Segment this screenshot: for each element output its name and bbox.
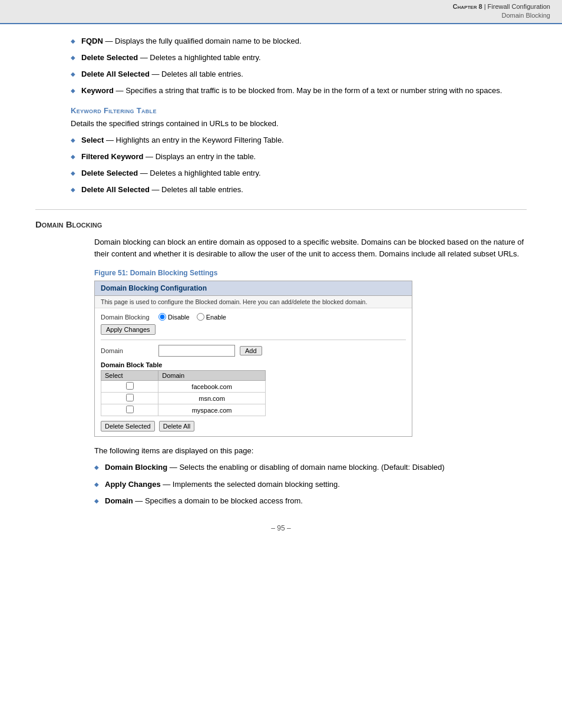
table-row: facebook.com bbox=[101, 381, 266, 393]
enable-label: Enable bbox=[206, 314, 226, 321]
table-header-domain: Domain bbox=[158, 371, 266, 381]
disable-label: Disable bbox=[168, 314, 190, 321]
section-divider bbox=[35, 209, 527, 210]
domain-blocking-desc: Domain blocking can block an entire doma… bbox=[94, 236, 527, 259]
domain-input-row: Domain Add bbox=[101, 345, 406, 357]
filtered-keyword-desc: — Displays an entry in the table. bbox=[143, 152, 256, 161]
chapter-separator: | bbox=[482, 3, 488, 10]
enable-radio[interactable] bbox=[197, 313, 204, 321]
bullet-select: Select — Highlights an entry in the Keyw… bbox=[71, 135, 527, 146]
bullet-domain-config: Domain — Specifies a domain to be blocke… bbox=[94, 496, 527, 506]
domain-block-table: Select Domain facebook.com msn.com bbox=[101, 370, 266, 416]
keyword-section-heading: Keyword Filtering Table bbox=[71, 106, 527, 115]
table-cell-checkbox-3[interactable] bbox=[101, 404, 158, 416]
delete-all-selected-1-term: Delete All Selected bbox=[81, 70, 150, 78]
domain-input[interactable] bbox=[158, 345, 235, 357]
domain-config-term: Domain bbox=[105, 496, 133, 505]
checkbox-2[interactable] bbox=[126, 394, 134, 401]
domain-blocking-row: Domain Blocking Disable Enable bbox=[101, 313, 406, 321]
domain-blocking-config-desc: — Selects the enabling or disabling of d… bbox=[167, 463, 444, 472]
bullet-delete-selected-1: Delete Selected — Deletes a highlighted … bbox=[71, 52, 527, 63]
enable-radio-label[interactable]: Enable bbox=[197, 313, 226, 321]
table-cell-domain-3: myspace.com bbox=[158, 404, 266, 416]
apply-changes-config-desc: — Implements the selected domain blockin… bbox=[161, 480, 340, 489]
bullet-apply-changes-config: Apply Changes — Implements the selected … bbox=[94, 479, 527, 490]
disable-radio[interactable] bbox=[158, 313, 166, 321]
bullet-delete-all-selected-2: Delete All Selected — Deletes all table … bbox=[71, 185, 527, 195]
config-box-body: Domain Blocking Disable Enable Apply Cha… bbox=[95, 308, 412, 436]
chapter-label: Chapter 8 bbox=[453, 3, 482, 10]
domain-config-label: Domain bbox=[101, 347, 154, 354]
domain-config-desc: — Specifies a domain to be blocked acces… bbox=[133, 496, 303, 505]
bullet-filtered-keyword: Filtered Keyword — Displays an entry in … bbox=[71, 151, 527, 162]
table-cell-domain-2: msn.com bbox=[158, 393, 266, 404]
select-desc: — Highlights an entry in the Keyword Fil… bbox=[104, 136, 283, 144]
top-bullet-list: FQDN — Displays the fully qualified doma… bbox=[71, 36, 527, 97]
filtered-keyword-term: Filtered Keyword bbox=[81, 152, 143, 161]
domain-blocking-title: Domain Blocking bbox=[35, 219, 527, 229]
bullet-domain-blocking-config: Domain Blocking — Selects the enabling o… bbox=[94, 462, 527, 473]
delete-all-button[interactable]: Delete All bbox=[159, 421, 194, 431]
table-cell-domain-1: facebook.com bbox=[158, 381, 266, 393]
select-term: Select bbox=[81, 136, 104, 144]
keyword-bullet-list: Select — Highlights an entry in the Keyw… bbox=[71, 135, 527, 196]
following-text: The following items are displayed on thi… bbox=[94, 446, 527, 455]
delete-selected-button[interactable]: Delete Selected bbox=[101, 421, 155, 431]
bullet-delete-selected-2: Delete Selected — Deletes a highlighted … bbox=[71, 168, 527, 179]
table-cell-checkbox-2[interactable] bbox=[101, 393, 158, 404]
domain-blocking-config-term: Domain Blocking bbox=[105, 463, 167, 472]
checkbox-3[interactable] bbox=[126, 406, 134, 413]
disable-radio-label[interactable]: Disable bbox=[158, 313, 190, 321]
config-box-header: Domain Blocking Configuration bbox=[95, 281, 412, 296]
fqdn-desc: — Displays the fully qualified domain na… bbox=[103, 37, 302, 45]
figure-label: Figure 51: Domain Blocking Settings bbox=[94, 269, 527, 277]
chapter-title: Firewall Configuration bbox=[488, 3, 550, 10]
table-row: msn.com bbox=[101, 393, 266, 404]
table-cell-checkbox-1[interactable] bbox=[101, 381, 158, 393]
delete-all-selected-2-desc: — Deletes all table entries. bbox=[150, 185, 243, 194]
config-box: Domain Blocking Configuration This page … bbox=[94, 281, 412, 437]
bullet-keyword: Keyword — Specifies a string that traffi… bbox=[71, 85, 527, 96]
page-header: Chapter 8 | Firewall Configuration Domai… bbox=[0, 0, 562, 24]
apply-changes-row: Apply Changes bbox=[101, 324, 406, 335]
header-right: Chapter 8 | Firewall Configuration Domai… bbox=[453, 2, 550, 21]
table-row: myspace.com bbox=[101, 404, 266, 416]
config-box-subheader: This page is used to configure the Block… bbox=[95, 296, 412, 308]
keyword-term: Keyword bbox=[81, 86, 114, 95]
table-header-select: Select bbox=[101, 371, 158, 381]
delete-all-selected-1-desc: — Deletes all table entries. bbox=[150, 70, 243, 78]
delete-buttons-row: Delete Selected Delete All bbox=[101, 421, 406, 431]
domain-blocking-config-label: Domain Blocking bbox=[101, 314, 154, 321]
keyword-section-desc: Details the specified strings contained … bbox=[71, 118, 527, 129]
apply-changes-button[interactable]: Apply Changes bbox=[101, 324, 156, 335]
delete-selected-2-desc: — Deletes a highlighted table entry. bbox=[138, 169, 261, 177]
add-button[interactable]: Add bbox=[240, 346, 262, 355]
bullet-fqdn: FQDN — Displays the fully qualified doma… bbox=[71, 36, 527, 47]
delete-all-selected-2-term: Delete All Selected bbox=[81, 185, 150, 194]
apply-changes-config-term: Apply Changes bbox=[105, 480, 161, 489]
bottom-bullet-list: Domain Blocking — Selects the enabling o… bbox=[94, 462, 527, 506]
main-content: FQDN — Displays the fully qualified doma… bbox=[0, 24, 562, 556]
bullet-delete-all-selected-1: Delete All Selected — Deletes all table … bbox=[71, 69, 527, 80]
config-divider bbox=[101, 340, 406, 340]
chapter-subtitle: Domain Blocking bbox=[501, 12, 550, 19]
delete-selected-1-term: Delete Selected bbox=[81, 53, 138, 62]
delete-selected-1-desc: — Deletes a highlighted table entry. bbox=[138, 53, 261, 62]
checkbox-1[interactable] bbox=[126, 382, 134, 390]
page-number: – 95 – bbox=[35, 524, 527, 544]
delete-selected-2-term: Delete Selected bbox=[81, 169, 138, 177]
fqdn-term: FQDN bbox=[81, 37, 103, 45]
table-section-label: Domain Block Table bbox=[101, 361, 406, 368]
domain-blocking-radio-group: Disable Enable bbox=[158, 313, 226, 321]
keyword-desc: — Specifies a string that traffic is to … bbox=[114, 86, 502, 95]
